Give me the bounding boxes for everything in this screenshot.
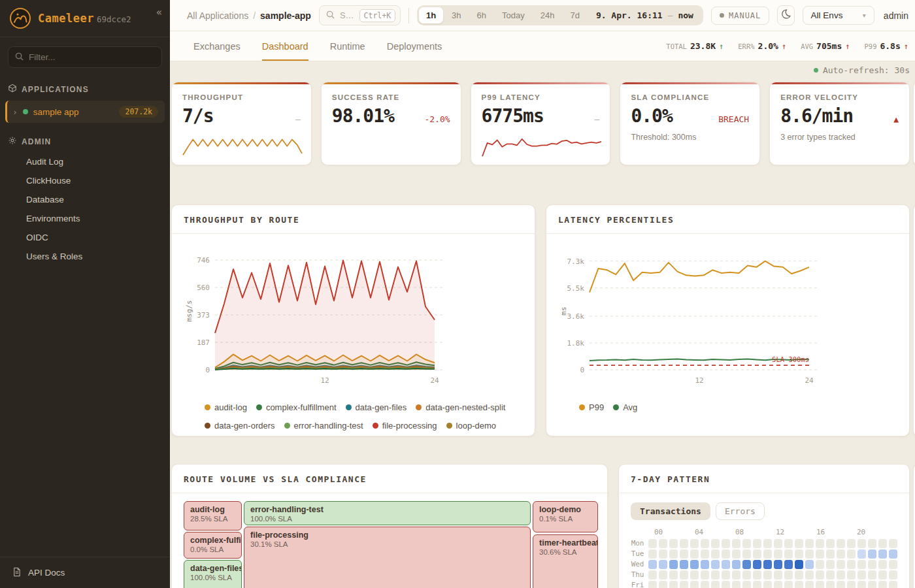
heatmap-cell xyxy=(690,560,699,569)
heatmap-cell xyxy=(868,549,877,559)
legend-item-data-gen-orders[interactable]: data-gen-orders xyxy=(205,421,275,431)
heatmap-cell xyxy=(690,549,699,559)
user-menu[interactable]: admin xyxy=(884,10,908,21)
legend-item-data-gen-nested-split[interactable]: data-gen-nested-split xyxy=(416,402,505,412)
heatmap-cell xyxy=(826,581,835,588)
heatmap-cell xyxy=(722,539,731,548)
legend-item-file-processing[interactable]: file-processing xyxy=(373,421,437,431)
heatmap-cell xyxy=(826,539,835,548)
heatmap-cell xyxy=(680,549,689,559)
heatmap-cell xyxy=(889,560,898,569)
sidebar-item-clickhouse[interactable]: ClickHouse xyxy=(0,171,170,190)
legend-item-loop-demo[interactable]: loop-demo xyxy=(446,421,496,431)
heatmap-cell xyxy=(795,539,804,548)
toggle-transactions[interactable]: Transactions xyxy=(631,502,710,520)
trend-arrow-icon: ↑ xyxy=(904,42,908,51)
treemap-block-timer-heartbeat[interactable]: timer-heartbeat30.6% SLA xyxy=(533,534,598,588)
heatmap-cell xyxy=(837,570,846,580)
range-3h[interactable]: 3h xyxy=(444,7,468,24)
tab-dashboard[interactable]: Dashboard xyxy=(262,31,308,61)
sidebar-item-api-docs[interactable]: API Docs xyxy=(0,557,170,588)
dark-mode-toggle[interactable] xyxy=(777,5,794,25)
svg-text:187: 187 xyxy=(197,338,210,347)
range-today[interactable]: Today xyxy=(495,7,532,24)
card-title: SLA COMPLIANCE xyxy=(631,93,749,101)
admin-nav: Audit LogClickHouseDatabaseEnvironmentsO… xyxy=(0,152,170,266)
heatmap-cell xyxy=(722,581,731,588)
heatmap-cell xyxy=(742,560,752,569)
environment-select[interactable]: All Envs ▾ xyxy=(803,6,874,25)
heatmap-cell xyxy=(659,549,668,559)
heatmap-cell xyxy=(774,570,783,580)
toggle-errors[interactable]: Errors xyxy=(716,502,765,520)
legend-item-data-gen-files[interactable]: data-gen-files xyxy=(346,402,407,412)
heatmap-cell xyxy=(826,560,835,569)
legend-dot xyxy=(416,404,422,410)
topbar: All Applications / sample-app S… Ctrl+K … xyxy=(170,0,915,31)
heatmap-cell xyxy=(847,549,856,559)
legend-item-error-handling-test[interactable]: error-handling-test xyxy=(284,421,363,431)
sidebar-filter-input[interactable] xyxy=(29,52,155,62)
card-title: SUCCESS RATE xyxy=(332,93,450,101)
legend-item-avg[interactable]: Avg xyxy=(613,402,637,412)
sidebar-item-oidc[interactable]: OIDC xyxy=(0,228,170,247)
range-24h[interactable]: 24h xyxy=(533,7,562,24)
heatmap-cell xyxy=(878,549,888,559)
treemap-block-loop-demo[interactable]: loop-demo0.1% SLA xyxy=(533,501,598,532)
heatmap-cell xyxy=(816,560,825,569)
applications-section-label: APPLICATIONS xyxy=(0,84,170,95)
heatmap-cell xyxy=(659,539,668,548)
heatmap-cell xyxy=(774,581,783,588)
legend-item-complex-fulfillment[interactable]: complex-fulfillment xyxy=(256,402,337,412)
time-range-display[interactable]: 9. Apr. 16:11 — now xyxy=(588,7,701,24)
heatmap-cell xyxy=(669,570,678,580)
sidebar-item-environments[interactable]: Environments xyxy=(0,209,170,228)
global-search-button[interactable]: S… Ctrl+K xyxy=(319,5,401,25)
svg-text:1.8k: 1.8k xyxy=(567,339,585,348)
legend-item-p99[interactable]: P99 xyxy=(579,402,604,412)
tab-runtime[interactable]: Runtime xyxy=(330,31,365,61)
svg-text:12: 12 xyxy=(695,376,703,385)
treemap-block-error-handling-test[interactable]: error-handling-test100.0% SLA xyxy=(244,501,531,525)
treemap-block-audit-log[interactable]: audit-log28.5% SLA xyxy=(184,501,242,531)
heatmap-cell xyxy=(690,539,699,548)
heatmap-cell xyxy=(763,549,773,559)
heatmap-cell xyxy=(722,570,731,580)
tab-exchanges[interactable]: Exchanges xyxy=(193,31,241,61)
search-icon xyxy=(15,52,24,63)
heatmap-cell xyxy=(784,570,793,580)
manual-refresh-button[interactable]: MANUAL xyxy=(711,7,769,25)
range-7d[interactable]: 7d xyxy=(563,7,586,24)
breadcrumb-all-applications[interactable]: All Applications xyxy=(187,10,248,21)
heatmap-cell xyxy=(868,560,877,569)
sidebar-item-audit-log[interactable]: Audit Log xyxy=(0,152,170,171)
range-1h[interactable]: 1h xyxy=(419,7,443,24)
range-6h[interactable]: 6h xyxy=(470,7,493,24)
svg-text:0: 0 xyxy=(205,366,210,374)
app-name: sample app xyxy=(33,107,79,117)
treemap-block-data-gen-files[interactable]: data-gen-files100.0% SLA xyxy=(184,560,242,588)
legend-label: error-handling-test xyxy=(294,421,363,431)
gear-icon xyxy=(8,136,17,147)
sidebar-item-sample-app[interactable]: › sample app 207.2k xyxy=(5,101,165,123)
heatmap-cell xyxy=(648,539,657,548)
sidebar: Cameleer69dcce2 « APPLICATIONS › sample … xyxy=(0,0,170,588)
legend-item-audit-log[interactable]: audit-log xyxy=(205,402,247,412)
heatmap-cell xyxy=(784,539,793,548)
sidebar-item-users-roles[interactable]: Users & Roles xyxy=(0,247,170,266)
panel-title: ROUTE VOLUME VS SLA COMPLIANCE xyxy=(172,465,607,493)
heatmap-cell xyxy=(868,581,877,588)
treemap-block-complex-fulfil[interactable]: complex-fulfil...0.0% SLA xyxy=(184,532,242,559)
heatmap-day-label: Wed xyxy=(631,560,644,568)
legend-label: data-gen-files xyxy=(356,402,407,412)
tab-deployments[interactable]: Deployments xyxy=(387,31,442,61)
treemap-block-file-processing[interactable]: file-processing30.1% SLA xyxy=(244,527,531,588)
treemap-block-sla: 30.1% SLA xyxy=(250,540,524,548)
heatmap-cell xyxy=(680,581,689,588)
sidebar-collapse-button[interactable]: « xyxy=(156,7,162,18)
heatmap-cell xyxy=(816,581,825,588)
sidebar-item-database[interactable]: Database xyxy=(0,190,170,209)
heatmap-cell xyxy=(732,570,741,580)
app-count-badge: 207.2k xyxy=(119,106,158,118)
heatmap-cell xyxy=(847,539,856,548)
